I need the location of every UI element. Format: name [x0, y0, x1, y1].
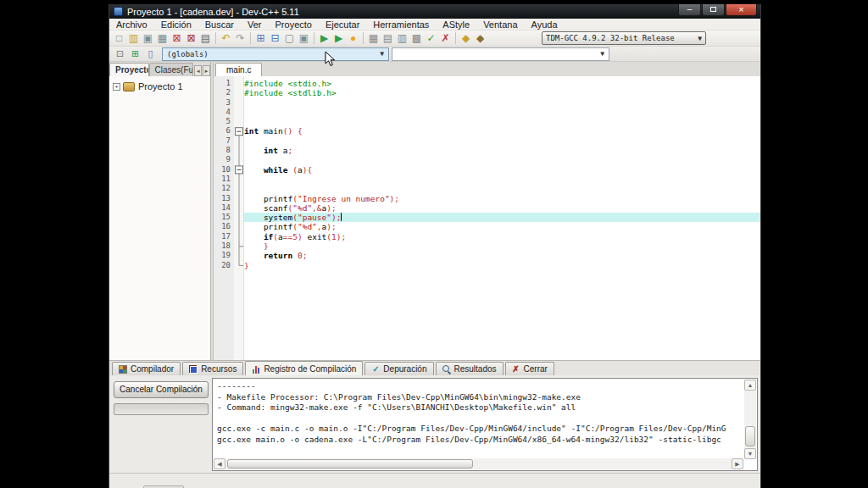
print-icon[interactable]: ▤: [198, 31, 213, 46]
browse-members-icon[interactable]: ▯: [144, 47, 157, 60]
close-file-icon[interactable]: ⊠: [170, 31, 184, 46]
menu-buscar[interactable]: Buscar: [198, 19, 241, 30]
code-line-3[interactable]: 3: [214, 98, 760, 108]
menu-herramientas[interactable]: Herramientas: [366, 19, 436, 30]
scroll-down-icon[interactable]: ▼: [744, 448, 756, 459]
menu-edición[interactable]: Edición: [154, 19, 198, 30]
code-text: [244, 184, 760, 193]
tab-resultados[interactable]: Resultados: [436, 362, 504, 375]
profile-icon[interactable]: ●: [346, 31, 360, 46]
code-line-17[interactable]: 17 if(a==5) exit(1);: [214, 232, 760, 241]
restore-button[interactable]: [702, 4, 725, 16]
tab-compilador[interactable]: Compilador: [112, 362, 181, 375]
goto-forward-icon[interactable]: ⊞: [129, 47, 142, 60]
scroll-up-icon[interactable]: ▲: [744, 380, 756, 391]
window-save-icon[interactable]: ▣: [297, 31, 311, 46]
open-project-icon[interactable]: ◆: [473, 31, 487, 46]
line-number: 5: [214, 117, 234, 126]
code-token: "pause": [298, 213, 331, 222]
tree-expand-icon[interactable]: +: [113, 83, 120, 91]
project-tree-item[interactable]: + Proyecto 1: [109, 76, 210, 97]
compile-log-output[interactable]: -------- - Makefile Processor: C:\Progra…: [212, 378, 758, 471]
menu-ventana[interactable]: Ventana: [476, 19, 524, 30]
project-panel-tabs: Proyecto Clases(Fun ◂ ▸: [109, 62, 210, 76]
code-line-13[interactable]: 13 printf("Ingrese un numero");: [214, 194, 760, 203]
scroll-left-icon[interactable]: ◀: [214, 458, 225, 469]
menu-astyle[interactable]: AStyle: [436, 19, 476, 30]
cancel-compilation-button[interactable]: Cancelar Compilación: [114, 381, 209, 398]
scroll-right-icon[interactable]: ▶: [732, 458, 743, 469]
code-line-5[interactable]: 5: [214, 117, 760, 126]
tab-recursos[interactable]: Recursos: [182, 362, 243, 375]
goto-back-icon[interactable]: ⊡: [114, 47, 126, 60]
vertical-scroll-thumb[interactable]: [745, 426, 755, 446]
log-horizontal-scrollbar[interactable]: ◀ ▶: [214, 458, 743, 469]
code-text: [244, 98, 760, 108]
minimize-button[interactable]: –: [678, 4, 701, 16]
tab-proyecto[interactable]: Proyecto: [109, 63, 149, 76]
tab-clases[interactable]: Clases(Fun: [149, 63, 194, 76]
horizontal-scroll-thumb[interactable]: [227, 459, 473, 469]
compiler-grid-icon: [119, 365, 127, 374]
code-line-20[interactable]: 20}: [214, 261, 760, 270]
window-compile-icon[interactable]: ▢: [282, 31, 297, 46]
menu-ayuda[interactable]: Ayuda: [525, 19, 565, 30]
tile-vertical-icon[interactable]: ▥: [395, 31, 409, 46]
fold-space: [234, 126, 244, 136]
code-line-10[interactable]: 10 while (a){: [214, 165, 760, 175]
run-icon[interactable]: ▶: [317, 31, 331, 46]
code-token: printf: [244, 222, 292, 231]
code-line-6[interactable]: 6int main() {: [214, 126, 760, 136]
code-line-7[interactable]: 7: [214, 136, 760, 146]
tab-scroll-right-icon[interactable]: ▸: [203, 65, 210, 76]
close-all-icon[interactable]: ⊠: [184, 31, 198, 46]
compile-all-icon[interactable]: ⊟: [268, 31, 282, 46]
code-line-1[interactable]: 1#include <stdio.h>: [214, 79, 760, 88]
code-line-16[interactable]: 16 printf("%d",a);: [214, 222, 760, 231]
close-button[interactable]: ×: [726, 4, 757, 16]
redo-icon[interactable]: ↷: [233, 31, 248, 46]
code-line-2[interactable]: 2#include <stdlib.h>: [214, 88, 760, 97]
menu-ejecutar[interactable]: Ejecutar: [319, 19, 366, 30]
new-file-icon[interactable]: □: [112, 31, 126, 46]
fold-space: [234, 241, 244, 251]
compile-and-run-icon[interactable]: ▶: [331, 31, 346, 46]
tab-cerrar[interactable]: ✗ Cerrar: [505, 362, 554, 375]
save-all-icon[interactable]: ▦: [155, 31, 170, 46]
log-vertical-scrollbar[interactable]: ▲ ▼: [744, 380, 756, 459]
goto-line-icon[interactable]: ✓: [424, 31, 438, 46]
code-line-9[interactable]: 9: [214, 155, 760, 164]
code-token: () {: [283, 126, 303, 136]
new-project-icon[interactable]: ◆: [459, 31, 473, 46]
code-line-12[interactable]: 12: [214, 184, 760, 193]
menu-archivo[interactable]: Archivo: [109, 19, 154, 30]
cascade-windows-icon[interactable]: ▦: [366, 31, 381, 46]
undo-icon[interactable]: ↶: [219, 31, 233, 46]
code-line-11[interactable]: 11: [214, 175, 760, 184]
tab-depuracion[interactable]: ✓ Depuración: [364, 362, 433, 375]
code-line-8[interactable]: 8 int a;: [214, 146, 760, 155]
member-combo[interactable]: ▼: [392, 47, 609, 61]
title-bar[interactable]: Proyecto 1 - [cadena.dev] - Dev-C++ 5.11…: [109, 4, 760, 19]
tab-main-c[interactable]: main.c: [215, 63, 262, 76]
abort-compilation-icon[interactable]: ✗: [438, 31, 453, 46]
code-line-4[interactable]: 4: [214, 108, 760, 117]
menu-ver[interactable]: Ver: [241, 19, 269, 30]
code-editor[interactable]: 1#include <stdio.h>2#include <stdlib.h>3…: [214, 76, 760, 360]
compile-icon[interactable]: ⊞: [253, 31, 268, 46]
compiler-select[interactable]: TDM-GCC 4.9.2 32-bit Release ▼: [542, 31, 706, 45]
code-line-15[interactable]: 15 system("pause");: [214, 213, 760, 222]
tab-registro-compilacion[interactable]: Registro de Compilación: [245, 361, 363, 375]
arrange-windows-icon[interactable]: ▩: [409, 31, 424, 46]
tile-horizontal-icon[interactable]: ▤: [381, 31, 395, 46]
code-line-19[interactable]: 19 return 0;: [214, 251, 760, 260]
code-line-18[interactable]: 18 }: [214, 241, 760, 251]
save-icon[interactable]: ▣: [141, 31, 155, 46]
code-token: ,&: [312, 203, 321, 213]
tab-scroll-left-icon[interactable]: ◂: [194, 65, 202, 76]
open-file-icon[interactable]: ▥: [126, 31, 141, 46]
code-line-14[interactable]: 14 scanf("%d",&a);: [214, 203, 760, 213]
editor-tab-bar: main.c: [214, 62, 760, 76]
globals-combo[interactable]: (globals) ▼: [162, 47, 389, 61]
menu-proyecto[interactable]: Proyecto: [269, 19, 319, 30]
